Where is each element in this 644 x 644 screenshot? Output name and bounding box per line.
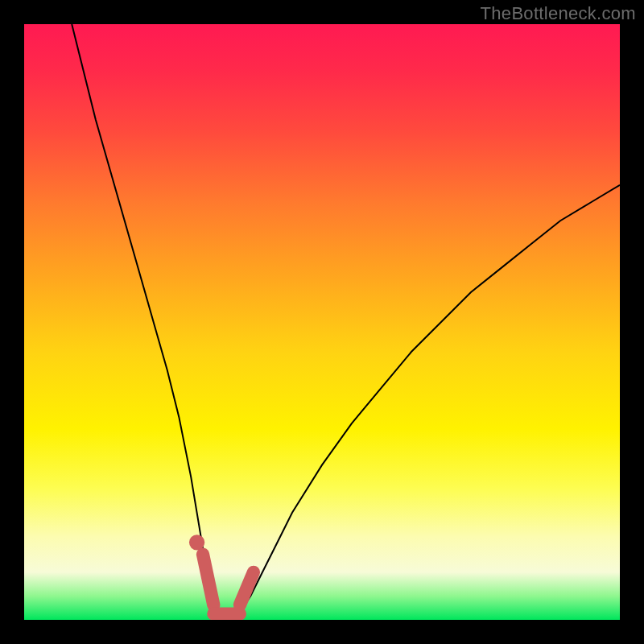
- watermark-text: TheBottleneck.com: [481, 3, 636, 24]
- chart-plot-area: [24, 24, 620, 620]
- highlight-stroke-right-up: [240, 572, 254, 605]
- chart-svg: [24, 24, 620, 620]
- bottleneck-curve: [72, 24, 620, 620]
- highlight-markers: [189, 535, 254, 613]
- highlight-stroke-left-down: [203, 555, 213, 605]
